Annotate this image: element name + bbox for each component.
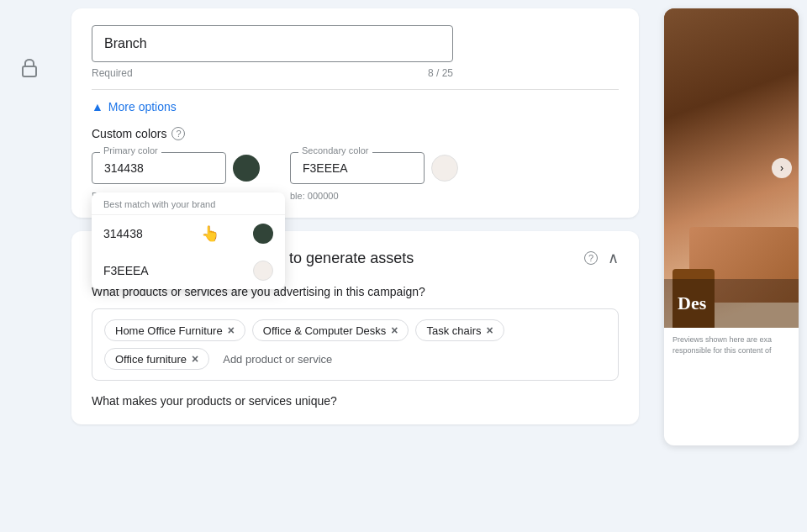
- dropdown-item-2[interactable]: F3EEEA: [92, 252, 285, 289]
- custom-colors-help-icon[interactable]: ?: [171, 127, 185, 140]
- tag-close-4[interactable]: ×: [192, 352, 198, 366]
- main-content: Branch Required 8 / 25 ▲ More options Cu…: [55, 0, 656, 532]
- tag-label-3: Task chairs: [426, 324, 481, 337]
- dropdown-swatch-2: [253, 261, 273, 281]
- tag-office-computer-desks: Office & Computer Desks ×: [252, 319, 409, 341]
- custom-colors-section: Custom colors ? Primary color 314438 Bes…: [92, 127, 619, 201]
- collapse-icon[interactable]: ∧: [608, 249, 619, 267]
- secondary-color-input[interactable]: F3EEEA: [290, 152, 425, 184]
- tags-container: Home Office Furniture × Office & Compute…: [92, 308, 619, 381]
- chevron-up-icon: ▲: [92, 100, 103, 113]
- tag-label-1: Home Office Furniture: [115, 324, 223, 337]
- branch-input-meta: Required 8 / 25: [92, 67, 453, 79]
- secondary-note: ble: 000000: [290, 191, 458, 201]
- secondary-color-group: Secondary color F3EEEA ble: 000000: [290, 152, 458, 201]
- unique-question: What makes your products or services uni…: [92, 394, 619, 408]
- preview-card: › Des Previews shown here are exa respon…: [664, 8, 799, 445]
- required-label: Required: [92, 67, 133, 79]
- add-service-link[interactable]: Add product or service: [216, 350, 339, 369]
- preview-image-area: › Des: [664, 8, 799, 328]
- campaign-actions: ? ∧: [584, 249, 619, 267]
- dropdown-header: Best match with your brand: [92, 192, 285, 215]
- separator: [92, 89, 619, 90]
- dropdown-item-1[interactable]: 314438 👆: [92, 215, 285, 252]
- tag-close-1[interactable]: ×: [228, 324, 235, 337]
- campaign-help-icon[interactable]: ?: [584, 251, 598, 265]
- preview-text-overlay: Des: [664, 279, 799, 328]
- secondary-color-wrapper: Secondary color F3EEEA: [290, 152, 458, 184]
- dropdown-item-value-1: 314438: [103, 227, 143, 240]
- tag-label-4: Office furniture: [115, 353, 187, 366]
- primary-color-wrapper: Primary color 314438: [92, 152, 260, 184]
- primary-color-label: Primary color: [100, 145, 161, 155]
- tag-task-chairs: Task chairs ×: [415, 319, 504, 341]
- secondary-color-label: Secondary color: [298, 145, 372, 155]
- branch-input-container: Branch: [92, 25, 619, 62]
- tag-close-3[interactable]: ×: [486, 324, 493, 337]
- branch-input[interactable]: Branch: [92, 25, 453, 62]
- primary-color-swatch[interactable]: [233, 155, 260, 182]
- tag-label-2: Office & Computer Desks: [263, 324, 386, 337]
- dropdown-swatch-1: [253, 224, 273, 244]
- tag-office-furniture: Office furniture ×: [104, 348, 209, 370]
- preview-headline: Des: [678, 292, 785, 314]
- preview-next-arrow[interactable]: ›: [772, 158, 792, 178]
- left-sidebar: [0, 0, 55, 532]
- color-dropdown: Best match with your brand 314438 👆 F3EE…: [92, 192, 285, 289]
- more-options-label: More options: [108, 100, 177, 113]
- char-count: 8 / 25: [428, 67, 453, 79]
- right-panel: › Des Previews shown here are exa respon…: [656, 0, 807, 532]
- branch-section: Branch Required 8 / 25 ▲ More options Cu…: [71, 8, 639, 218]
- tag-close-2[interactable]: ×: [391, 324, 398, 337]
- tag-home-office-furniture: Home Office Furniture ×: [104, 319, 245, 341]
- dropdown-item-value-2: F3EEEA: [103, 264, 149, 277]
- primary-color-input[interactable]: 314438: [92, 152, 226, 184]
- custom-colors-label: Custom colors ?: [92, 127, 619, 140]
- more-options-toggle[interactable]: ▲ More options: [92, 100, 619, 113]
- preview-note: Previews shown here are exa responsible …: [664, 328, 799, 362]
- color-row: Primary color 314438 Best match with you…: [92, 152, 619, 201]
- lock-icon: [19, 59, 36, 77]
- secondary-color-swatch[interactable]: [431, 155, 458, 182]
- cursor-icon: 👆: [201, 224, 219, 243]
- primary-color-group: Primary color 314438 Best match with you…: [92, 152, 260, 201]
